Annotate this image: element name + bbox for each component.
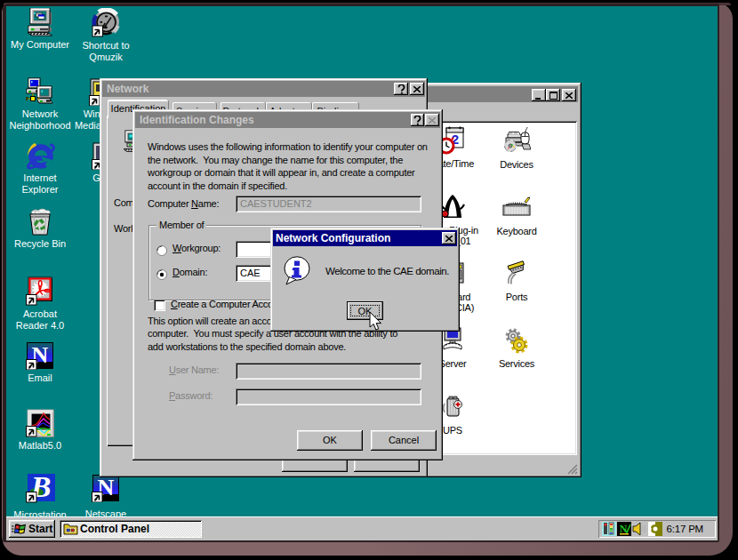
svg-text:N: N — [620, 523, 628, 535]
